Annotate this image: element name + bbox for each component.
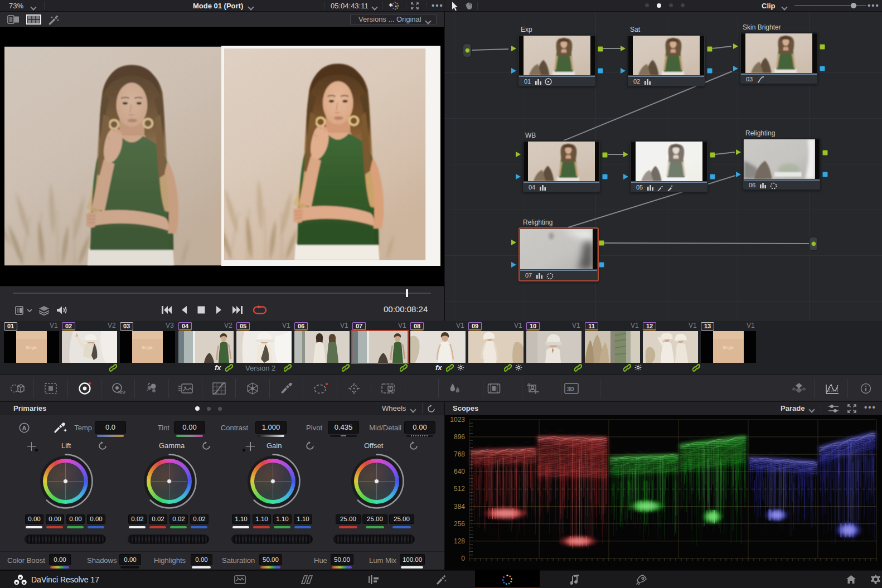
svg-text:384: 384 [454,503,465,511]
svg-text:896: 896 [454,433,465,441]
svg-text:HDR: HDR [118,391,125,395]
svg-text:640: 640 [454,468,465,475]
svg-text:128: 128 [454,537,465,545]
svg-text:768: 768 [454,450,465,458]
svg-text:0: 0 [461,555,465,562]
svg-text:256: 256 [454,520,465,528]
svg-text:3D: 3D [567,386,574,392]
svg-text:1023: 1023 [450,416,465,424]
svg-text:A: A [22,425,27,431]
svg-text:512: 512 [454,485,465,493]
